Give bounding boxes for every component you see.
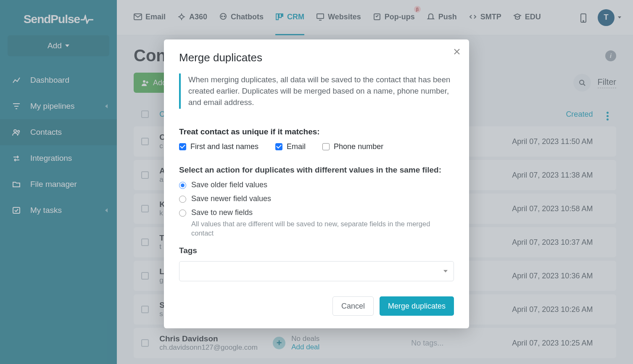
action-radio-group: Save older field values Save newer field… (179, 181, 454, 238)
radio-newfields[interactable]: Save to new fields (179, 208, 454, 217)
action-label: Select an action for duplicates with dif… (179, 165, 454, 175)
merge-button[interactable]: Merge duplicates (380, 296, 454, 316)
radio-newfields-hint: All values that are different will be sa… (191, 220, 454, 238)
check-email-input[interactable] (275, 143, 282, 150)
close-icon[interactable] (453, 48, 461, 57)
check-phone-input[interactable] (322, 143, 330, 150)
radio-newfields-input[interactable] (179, 209, 186, 217)
modal-footer: Cancel Merge duplicates (179, 296, 454, 316)
cancel-button[interactable]: Cancel (332, 296, 374, 316)
check-email[interactable]: Email (275, 142, 306, 151)
modal-overlay: Merge duplicates When merging duplicates… (0, 0, 633, 364)
radio-newer[interactable]: Save newer field values (179, 194, 454, 203)
check-names-input[interactable] (179, 143, 186, 150)
modal-info: When merging duplicates, all data will b… (179, 73, 454, 109)
radio-older-input[interactable] (179, 182, 186, 189)
caret-down-icon (443, 270, 448, 272)
tags-select[interactable] (179, 261, 454, 281)
radio-newer-input[interactable] (179, 196, 186, 203)
check-phone[interactable]: Phone number (322, 142, 383, 151)
radio-older[interactable]: Save older field values (179, 181, 454, 189)
merge-duplicates-modal: Merge duplicates When merging duplicates… (164, 39, 469, 328)
check-names[interactable]: First and last names (179, 142, 258, 151)
unique-label: Treat contact as unique if it matches: (179, 127, 454, 136)
modal-title: Merge duplicates (179, 51, 454, 64)
unique-match-section: Treat contact as unique if it matches: F… (164, 120, 469, 165)
tags-label: Tags (179, 246, 454, 255)
